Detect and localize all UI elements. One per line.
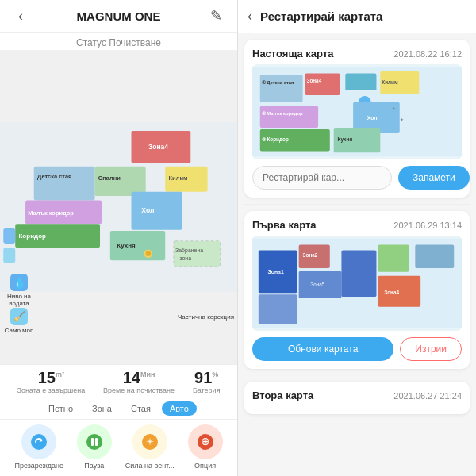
svg-rect-60 bbox=[341, 250, 376, 297]
svg-rect-64 bbox=[415, 245, 454, 268]
svg-text:Зона1: Зона1 bbox=[268, 269, 284, 274]
svg-text:Детска стая: Детска стая bbox=[37, 173, 71, 180]
svg-text:Коридор: Коридор bbox=[18, 233, 46, 240]
svg-point-24 bbox=[31, 434, 47, 450]
tab-avto[interactable]: Авто bbox=[162, 401, 197, 416]
current-map-actions: Запамети bbox=[252, 166, 462, 190]
svg-rect-26 bbox=[91, 438, 94, 446]
chastichna-label: Частична корекция bbox=[178, 313, 234, 321]
svg-rect-11 bbox=[132, 192, 182, 230]
svg-rect-34 bbox=[260, 75, 303, 102]
left-header: ‹ MAGNUM ONE ✎ bbox=[0, 0, 237, 33]
svg-text:Хол: Хол bbox=[367, 115, 378, 121]
stat-battery: 91% Батерия bbox=[193, 370, 221, 394]
update-map-button[interactable]: Обнови картата bbox=[252, 337, 393, 361]
svg-rect-22 bbox=[3, 228, 15, 244]
tab-zona[interactable]: Зона bbox=[84, 401, 120, 416]
svg-text:Килим: Килим bbox=[169, 175, 188, 182]
pause-icon bbox=[77, 424, 112, 459]
divider-1 bbox=[244, 204, 470, 205]
svg-text:✦: ✦ bbox=[392, 106, 396, 111]
edit-icon[interactable]: ✎ bbox=[207, 6, 226, 25]
status-label: Статус bbox=[76, 37, 106, 48]
svg-text:② Малък коридор: ② Малък коридор bbox=[262, 111, 303, 116]
svg-text:Зона4: Зона4 bbox=[306, 78, 321, 83]
status-bar: Статус Почистване bbox=[0, 33, 237, 50]
fan-icon: ✳ bbox=[132, 424, 167, 459]
restart-map-input[interactable] bbox=[252, 166, 392, 190]
second-map-card: Втора карта 2021.06.27 21:24 bbox=[244, 382, 470, 414]
prezareждane-button[interactable]: Презареждане bbox=[14, 424, 63, 470]
svg-rect-36 bbox=[305, 74, 340, 95]
tab-staya[interactable]: Стая bbox=[123, 401, 159, 416]
current-map-svg: ① Детска стая Зона4 Килим robot ② Малък … bbox=[252, 64, 462, 159]
svg-text:Хол: Хол bbox=[141, 206, 154, 214]
svg-text:Зона4: Зона4 bbox=[148, 143, 168, 151]
current-map-preview: ① Детска стая Зона4 Килим robot ② Малък … bbox=[252, 64, 462, 159]
svg-text:зона: зона bbox=[179, 255, 191, 261]
status-value: Почистване bbox=[109, 37, 161, 48]
svg-rect-38 bbox=[345, 74, 376, 91]
water-level-label: 💧 Ниво на водата bbox=[3, 274, 35, 307]
svg-text:Забранена: Забранена bbox=[175, 248, 203, 254]
svg-rect-27 bbox=[95, 438, 98, 446]
svg-text:Кухня: Кухня bbox=[338, 136, 353, 143]
area-value: 15m² bbox=[38, 370, 64, 386]
back-icon[interactable]: ‹ bbox=[11, 6, 30, 25]
right-title: Рестартирай картата bbox=[260, 10, 382, 23]
svg-rect-65 bbox=[259, 294, 298, 324]
option-icon: ⊕ bbox=[188, 424, 223, 459]
svg-rect-23 bbox=[3, 248, 15, 263]
stat-time: 14Мин Време на почистване bbox=[103, 370, 175, 394]
battery-value: 91% bbox=[194, 370, 218, 386]
svg-text:Спални: Спални bbox=[98, 175, 121, 182]
second-map-title: Втора карта bbox=[252, 390, 313, 401]
svg-text:Малък коридор: Малък коридор bbox=[28, 209, 74, 217]
fan-label: Сила на вент... bbox=[125, 462, 175, 470]
mode-tabs: Петно Зона Стая Авто bbox=[0, 397, 237, 419]
tab-petno[interactable]: Петно bbox=[40, 401, 81, 416]
svg-point-21 bbox=[146, 251, 151, 256]
right-header: ‹ Рестартирай картата bbox=[238, 0, 476, 33]
svg-text:⊕: ⊕ bbox=[201, 435, 210, 447]
svg-text:Килим: Килим bbox=[382, 79, 398, 85]
first-map-preview: Зона1 Зона2 Зона5 Зона4 bbox=[252, 236, 462, 331]
svg-text:① Детска стая: ① Детска стая bbox=[262, 80, 294, 85]
pause-button[interactable]: Пауза bbox=[77, 424, 112, 470]
svg-text:Кухня: Кухня bbox=[117, 242, 136, 249]
fan-button[interactable]: ✳ Сила на вент... bbox=[125, 424, 175, 470]
first-map-date: 2021.06.29 13:14 bbox=[393, 221, 462, 230]
action-bar: Презареждане Пауза ✳ Сила на вент... ⊕ О… bbox=[0, 419, 237, 476]
svg-rect-17 bbox=[174, 241, 221, 267]
save-button[interactable]: Запамети bbox=[398, 166, 470, 190]
first-map-header: Първа карта 2021.06.29 13:14 bbox=[252, 219, 462, 231]
app-title: MAGNUM ONE bbox=[77, 10, 161, 23]
first-map-title: Първа карта bbox=[252, 219, 317, 231]
svg-text:Зона2: Зона2 bbox=[303, 252, 318, 258]
left-panel: ‹ MAGNUM ONE ✎ Статус Почистване Зона4 Д… bbox=[0, 0, 238, 476]
map-area: Зона4 Детска стая Спални Килим Малък кор… bbox=[0, 50, 237, 364]
svg-point-25 bbox=[86, 434, 102, 450]
samo-mop-label: 🧹 Само моп bbox=[3, 308, 35, 334]
first-map-svg: Зона1 Зона2 Зона5 Зона4 bbox=[252, 236, 462, 331]
stat-area: 15m² Зоната е завършена bbox=[17, 370, 85, 394]
svg-rect-61 bbox=[378, 245, 409, 272]
current-map-title: Настояща карта bbox=[252, 48, 333, 60]
right-panel: ‹ Рестартирай картата Настояща карта 202… bbox=[238, 0, 476, 476]
current-map-card: Настояща карта 2021.08.22 16:12 ① Детска… bbox=[244, 40, 470, 198]
svg-text:Зона5: Зона5 bbox=[310, 282, 324, 287]
option-button[interactable]: ⊕ Опция bbox=[188, 424, 223, 470]
svg-text:✳: ✳ bbox=[146, 436, 154, 447]
prezareждane-label: Презареждане bbox=[14, 462, 63, 470]
stats-bar: 15m² Зоната е завършена 14Мин Време на п… bbox=[0, 364, 237, 397]
svg-rect-43 bbox=[260, 106, 318, 128]
prezareждane-icon bbox=[21, 424, 56, 459]
svg-text:Зона4: Зона4 bbox=[384, 290, 399, 295]
svg-text:✦: ✦ bbox=[400, 117, 404, 122]
second-map-header: Втора карта 2021.06.27 21:24 bbox=[252, 390, 462, 401]
right-back-icon[interactable]: ‹ bbox=[248, 8, 252, 25]
svg-rect-3 bbox=[34, 167, 95, 201]
current-map-header: Настояща карта 2021.08.22 16:12 bbox=[252, 48, 462, 60]
current-map-date: 2021.08.22 16:12 bbox=[393, 49, 462, 59]
delete-map-button[interactable]: Изтрии bbox=[400, 337, 462, 361]
